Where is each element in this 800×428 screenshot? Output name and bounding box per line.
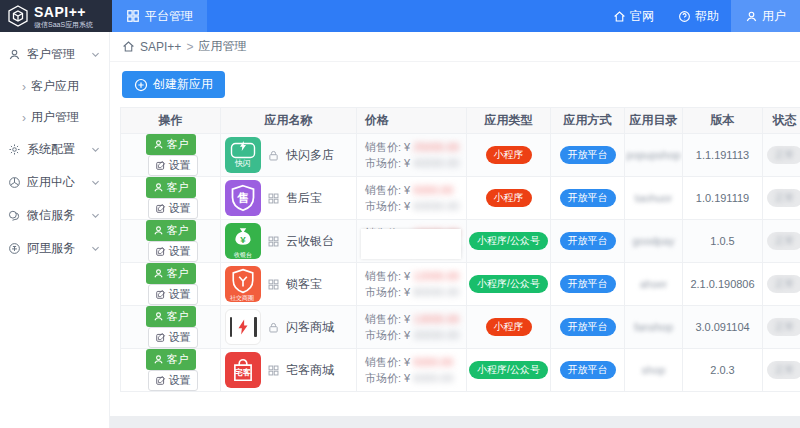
app-icon: ¥收银台 — [225, 223, 261, 259]
table-row: 客户 设置 宅客 宅客商城 销售价: ¥ 5000.00 市场价: ¥ 6000… — [121, 349, 800, 392]
customer-label: 客户 — [167, 180, 189, 195]
cube-logo-icon — [6, 4, 30, 28]
grid-icon — [267, 235, 280, 248]
app-directory: popupshop — [626, 149, 680, 161]
market-price-label: 市场价: ¥ — [365, 157, 413, 169]
settings-button[interactable]: 设置 — [148, 284, 198, 305]
table-row: 客户 设置 社交商圈 锁客宝 销售价: ¥ 12000.00 市场价: ¥ 80… — [121, 263, 800, 306]
app-icon: 社交商圈 — [225, 266, 261, 302]
sidebar-item-4[interactable]: 微信服务 — [0, 199, 109, 232]
sale-price-value: 5000.00 — [413, 184, 453, 196]
customer-button[interactable]: 客户 — [146, 177, 196, 198]
chevron-right-icon: › — [22, 80, 26, 94]
customer-button[interactable]: 客户 — [146, 134, 196, 155]
tab-platform-manage[interactable]: 平台管理 — [112, 0, 207, 32]
app-icon: 售 — [225, 180, 261, 216]
app-name: 快闪多店 — [286, 147, 334, 164]
status-toggle[interactable]: 正常 — [767, 232, 800, 250]
column-header: 版本 — [683, 108, 763, 134]
app-directory: goodpay — [632, 235, 674, 247]
breadcrumb-home-icon — [122, 40, 135, 53]
settings-label: 设置 — [169, 201, 191, 216]
settings-button[interactable]: 设置 — [148, 155, 198, 176]
market-price-value: 6000.00 — [413, 372, 453, 384]
sidebar-subitem-1-1[interactable]: ›客户应用 — [0, 71, 109, 102]
customer-button[interactable]: 客户 — [146, 306, 196, 327]
app-name: 宅客商城 — [286, 362, 334, 379]
topbar: SAPI++ 微信SaaS应用系统 平台管理 官网 帮助 — [0, 0, 800, 32]
lock-icon — [267, 321, 280, 334]
sale-price-label: 销售价: ¥ — [365, 184, 413, 196]
app-directory: shop — [642, 364, 666, 376]
topbar-link-website[interactable]: 官网 — [601, 0, 666, 32]
app-table: 操作应用名称价格应用类型应用方式应用目录版本状态操作 客户 设置 快闪 快闪多店… — [120, 107, 800, 392]
topbar-link-user[interactable]: 用户 — [731, 0, 800, 32]
customer-label: 客户 — [167, 352, 189, 367]
grid-icon — [267, 192, 280, 205]
app-directory: ahser — [640, 278, 668, 290]
home-icon — [613, 10, 626, 23]
breadcrumb: SAPI++ > 应用管理 — [110, 32, 800, 62]
breadcrumb-current: 应用管理 — [198, 38, 246, 55]
customer-button[interactable]: 客户 — [146, 220, 196, 241]
column-header: 操作 — [121, 108, 221, 134]
market-price-value: 60000.00 — [413, 200, 459, 212]
logo-subtitle: 微信SaaS应用系统 — [34, 21, 93, 28]
sidebar-item-3[interactable]: 应用中心 — [0, 166, 109, 199]
settings-button[interactable]: 设置 — [148, 198, 198, 219]
app-directory: fanshop — [634, 321, 673, 333]
grid-tab-icon — [126, 9, 140, 23]
plus-circle-icon — [134, 78, 148, 92]
chevron-down-icon — [90, 144, 101, 155]
settings-label: 设置 — [169, 330, 191, 345]
market-price-label: 市场价: ¥ — [365, 372, 413, 384]
create-app-label: 创建新应用 — [153, 76, 213, 93]
app-logo: SAPI++ 微信SaaS应用系统 — [0, 0, 112, 32]
column-header: 应用类型 — [467, 108, 551, 134]
sidebar-subitem-1-2[interactable]: ›用户管理 — [0, 102, 109, 133]
app-mode-badge: 开放平台 — [560, 275, 616, 293]
sale-price-value: 13000.00 — [413, 313, 459, 325]
settings-label: 设置 — [169, 244, 191, 259]
sidebar-item-5[interactable]: 阿里服务 — [0, 232, 109, 265]
status-toggle[interactable]: 正常 — [767, 361, 800, 379]
settings-button[interactable]: 设置 — [148, 370, 198, 391]
user-label: 用户 — [762, 8, 786, 25]
status-toggle[interactable]: 正常 — [767, 318, 800, 336]
status-toggle[interactable]: 正常 — [767, 189, 800, 207]
app-version: 2.0.3 — [710, 364, 734, 376]
svg-text:¥: ¥ — [240, 233, 246, 244]
table-row: 客户 设置 ¥收银台 云收银台 销售价: ¥ 15000.00 市场价: ¥ 3… — [121, 220, 800, 263]
settings-button[interactable]: 设置 — [148, 327, 198, 348]
create-app-button[interactable]: 创建新应用 — [122, 71, 225, 98]
app-mode-badge: 开放平台 — [560, 146, 616, 164]
grid-icon — [267, 364, 280, 377]
column-header: 状态 — [763, 108, 800, 134]
customer-label: 客户 — [167, 309, 189, 324]
sidebar-item-1[interactable]: 客户管理 — [0, 38, 109, 71]
logo-title: SAPI++ — [34, 5, 93, 19]
column-header: 应用方式 — [551, 108, 625, 134]
sale-price-label: 销售价: ¥ — [365, 270, 413, 282]
app-version: 2.1.0.190806 — [690, 278, 754, 290]
settings-button[interactable]: 设置 — [148, 241, 198, 262]
table-row: 客户 设置 闪客商城 销售价: ¥ 13000.00 市场价: ¥ 30000.… — [121, 306, 800, 349]
status-toggle[interactable]: 正常 — [767, 146, 800, 164]
app-version: 1.0.5 — [710, 235, 734, 247]
main-area: SAPI++ > 应用管理 创建新应用 操作应用名称价格应用类型应用方式应用目录… — [110, 32, 800, 428]
user-icon — [745, 10, 758, 23]
sidebar-item-2[interactable]: 系统配置 — [0, 133, 109, 166]
column-header: 价格 — [357, 108, 467, 134]
breadcrumb-root[interactable]: SAPI++ — [140, 40, 181, 54]
wechat-icon — [8, 209, 21, 222]
app-name: 云收银台 — [286, 233, 334, 250]
customer-button[interactable]: 客户 — [146, 349, 196, 370]
breadcrumb-separator: > — [186, 40, 193, 54]
app-type-badge: 小程序/公众号 — [469, 232, 548, 250]
topbar-link-help[interactable]: 帮助 — [666, 0, 731, 32]
status-toggle[interactable]: 正常 — [767, 275, 800, 293]
market-price-value: 80000.00 — [413, 286, 459, 298]
chevron-right-icon: › — [22, 111, 26, 125]
customer-button[interactable]: 客户 — [146, 263, 196, 284]
chevron-down-icon — [90, 210, 101, 221]
